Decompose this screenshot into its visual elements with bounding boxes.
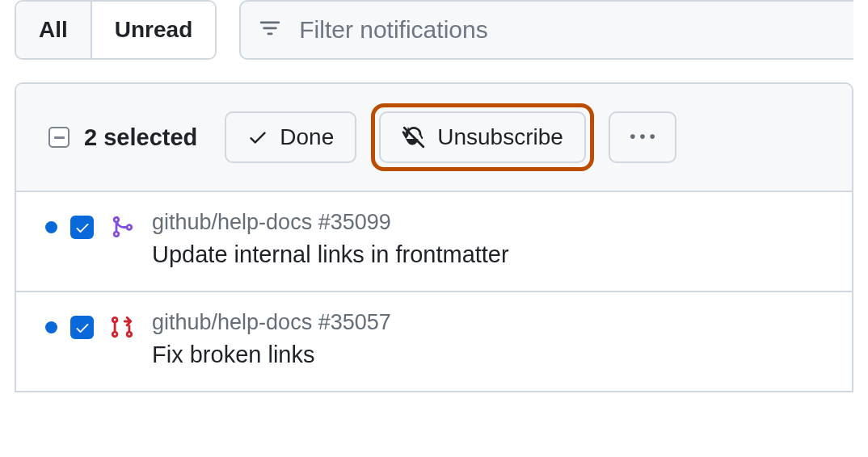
action-bar: 2 selected Done Unsubscribe	[16, 84, 852, 192]
row-checkbox[interactable]	[70, 216, 94, 239]
notification-row[interactable]: github/help-docs #35099 Update internal …	[16, 192, 852, 292]
select-all-group: 2 selected	[48, 124, 197, 151]
selected-count-label: 2 selected	[84, 124, 197, 151]
notifications-panel: 2 selected Done Unsubscribe	[15, 82, 853, 392]
notification-row[interactable]: github/help-docs #35057 Fix broken links	[16, 292, 852, 392]
bell-slash-icon	[402, 125, 426, 149]
select-all-checkbox[interactable]	[48, 127, 70, 148]
highlight-outline: Unsubscribe	[371, 103, 594, 171]
done-label: Done	[280, 124, 334, 150]
tab-all[interactable]: All	[16, 2, 91, 58]
notification-title: Fix broken links	[152, 342, 391, 368]
filter-icon	[259, 19, 281, 41]
issue-number: #35057	[318, 310, 391, 334]
unread-dot-icon	[45, 221, 57, 233]
git-pull-request-icon	[110, 315, 134, 339]
git-merge-icon	[110, 215, 134, 239]
filter-input[interactable]: Filter notifications	[239, 0, 853, 60]
done-button[interactable]: Done	[225, 111, 356, 163]
row-checkbox[interactable]	[70, 316, 94, 339]
check-icon	[247, 127, 268, 148]
tab-unread[interactable]: Unread	[91, 2, 215, 58]
tab-group: All Unread	[15, 0, 217, 60]
filter-placeholder: Filter notifications	[299, 16, 487, 44]
repo-name: github/help-docs	[152, 310, 312, 334]
notification-title: Update internal links in frontmatter	[152, 241, 509, 268]
unsubscribe-button[interactable]: Unsubscribe	[379, 111, 586, 163]
notification-text: github/help-docs #35099 Update internal …	[152, 210, 509, 268]
kebab-icon	[630, 125, 655, 149]
more-actions-button[interactable]	[609, 111, 676, 163]
issue-number: #35099	[318, 210, 391, 234]
notification-text: github/help-docs #35057 Fix broken links	[152, 310, 391, 368]
unsubscribe-label: Unsubscribe	[437, 124, 563, 150]
repo-name: github/help-docs	[152, 210, 312, 234]
unread-dot-icon	[45, 321, 57, 333]
